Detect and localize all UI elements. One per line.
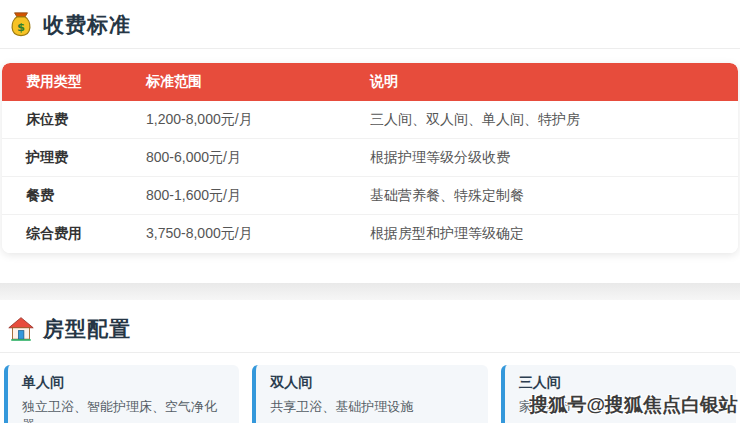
room-card-desc: 共享卫浴、基础护理设施: [270, 398, 473, 416]
page: $ 收费标准 费用类型 标准范围 说明 床位费 1,200-8,000元/月 三…: [0, 0, 740, 423]
house-icon: [8, 316, 34, 342]
fees-section-header: $ 收费标准: [0, 0, 740, 49]
room-card-single: 单人间 独立卫浴、智能护理床、空气净化器: [4, 365, 239, 423]
room-card-double: 双人间 共享卫浴、基础护理设施: [252, 365, 487, 423]
rooms-section: 房型配置 单人间 独立卫浴、智能护理床、空气净化器 双人间 共享卫浴、基础护理设…: [0, 300, 740, 423]
fee-type-cell: 餐费: [2, 177, 122, 215]
money-bag-icon: $: [8, 12, 34, 38]
fee-table-header-desc: 说明: [346, 63, 738, 101]
table-row: 综合费用 3,750-8,000元/月 根据房型和护理等级确定: [2, 215, 738, 253]
fee-desc-cell: 基础营养餐、特殊定制餐: [346, 177, 738, 215]
fees-section: $ 收费标准 费用类型 标准范围 说明 床位费 1,200-8,000元/月 三…: [0, 0, 740, 253]
fee-type-cell: 床位费: [2, 101, 122, 139]
room-card-desc: 家庭式布: [519, 398, 722, 416]
fee-desc-cell: 三人间、双人间、单人间、特护房: [346, 101, 738, 139]
room-card-title: 单人间: [22, 374, 225, 392]
fees-section-title: 收费标准: [43, 11, 131, 39]
room-card-title: 双人间: [270, 374, 473, 392]
fee-range-cell: 800-1,600元/月: [122, 177, 346, 215]
section-separator: [0, 283, 740, 300]
fee-range-cell: 3,750-8,000元/月: [122, 215, 346, 253]
fee-desc-cell: 根据护理等级分级收费: [346, 139, 738, 177]
fee-range-cell: 800-6,000元/月: [122, 139, 346, 177]
table-row: 护理费 800-6,000元/月 根据护理等级分级收费: [2, 139, 738, 177]
fee-type-cell: 护理费: [2, 139, 122, 177]
fee-type-cell: 综合费用: [2, 215, 122, 253]
room-card-triple: 三人间 家庭式布: [501, 365, 736, 423]
rooms-section-header: 房型配置: [0, 300, 740, 353]
table-row: 床位费 1,200-8,000元/月 三人间、双人间、单人间、特护房: [2, 101, 738, 139]
fee-range-cell: 1,200-8,000元/月: [122, 101, 346, 139]
fee-desc-cell: 根据房型和护理等级确定: [346, 215, 738, 253]
fee-table: 费用类型 标准范围 说明 床位费 1,200-8,000元/月 三人间、双人间、…: [2, 63, 738, 253]
svg-text:$: $: [17, 20, 25, 34]
room-card-desc: 独立卫浴、智能护理床、空气净化器: [22, 398, 225, 423]
room-card-title: 三人间: [519, 374, 722, 392]
fee-table-header-range: 标准范围: [122, 63, 346, 101]
rooms-section-title: 房型配置: [43, 315, 131, 343]
table-row: 餐费 800-1,600元/月 基础营养餐、特殊定制餐: [2, 177, 738, 215]
fee-table-header-type: 费用类型: [2, 63, 122, 101]
room-cards: 单人间 独立卫浴、智能护理床、空气净化器 双人间 共享卫浴、基础护理设施 三人间…: [4, 365, 736, 423]
fee-table-header-row: 费用类型 标准范围 说明: [2, 63, 738, 101]
